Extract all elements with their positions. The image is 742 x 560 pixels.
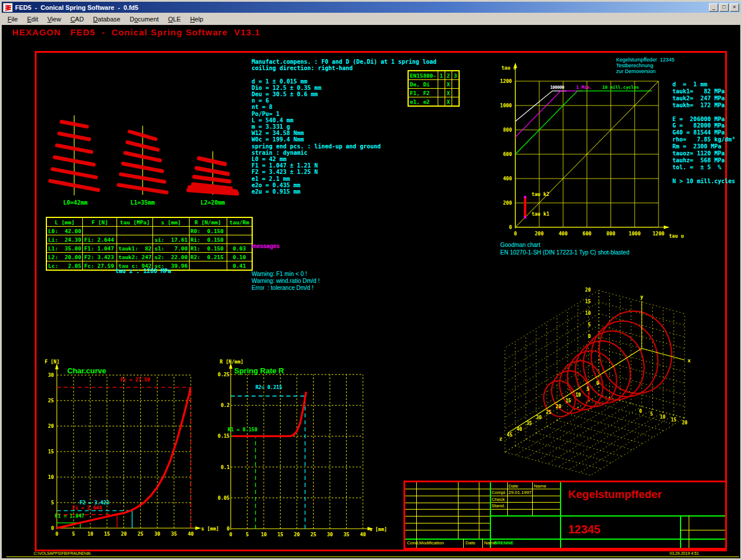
text-line: strain : dynamic	[252, 150, 437, 156]
spring-length-label-l0: L0=42mm	[49, 199, 101, 206]
maximize-button[interactable]: □	[719, 3, 729, 12]
en15800-mark-cell	[438, 80, 445, 89]
application-window: HEXAGON FED5 - Conical Spring Software V…	[0, 0, 742, 560]
table-row: L1: 35.00F1: 1.047tauk1: 82s1: 7.00R1: 0…	[46, 244, 252, 253]
text-line: tauhz= 568 MPa	[672, 157, 735, 164]
en15800-grid: EN15800-123De, Di X F1, F2 X e1, e2 X	[408, 70, 460, 107]
results-cell	[227, 235, 252, 244]
titleblock-check-label: Check	[492, 497, 505, 502]
results-cell: tauk2: 247	[117, 253, 153, 261]
results-cell	[83, 227, 117, 235]
titleblock-project-name: Kegelstumpffeder	[568, 488, 662, 501]
en15800-header-cell: 3	[452, 71, 459, 80]
text-line: E = 206000 MPa	[672, 116, 735, 123]
results-cell	[153, 227, 189, 235]
results-table-wrap: L [mm]F [N]tau [MPa]s [mm]R [N/mm]tau/Rm…	[46, 217, 253, 271]
titleblock-cond-label: Cond.	[407, 540, 419, 546]
results-cell: L0: 42.00	[46, 227, 83, 235]
text-line: tauoz= 1120 MPa	[672, 150, 735, 157]
results-cell: R2: 0.215	[189, 253, 227, 261]
results-cell	[117, 227, 153, 235]
titleblock-date-label: Date	[465, 540, 475, 546]
en15800-mark-cell	[438, 97, 445, 107]
text-line	[672, 171, 735, 178]
text-line: Kegelstumpffeder 12345	[616, 57, 674, 63]
material-block: d = 1 mmtauk1= 82 MPatauk2= 247 MPataukh…	[672, 81, 735, 185]
results-cell: Li: 24.39	[46, 235, 83, 244]
goodman-captions: Goodman chartEN 10270-1-SH (DIN 17223-1 …	[500, 241, 630, 256]
menu-item-database[interactable]: Database	[89, 14, 125, 24]
text-line: tauk1= 82 MPa	[672, 88, 735, 95]
text-line: F2 = 3.423 ± 1.25 N	[252, 169, 437, 175]
results-cell: s2: 22.00	[153, 253, 189, 261]
results-cell: F2: 3.423	[83, 253, 117, 261]
text-line: spring end pcs. : lined-up and ground	[252, 143, 437, 150]
spring-length-label-l2: L2=20mm	[187, 199, 239, 206]
titleblock-date-header: Date	[508, 483, 518, 489]
text-line: zur Demoversion	[616, 68, 674, 74]
titleblock-drawing-number: 12345	[568, 523, 601, 536]
results-cell: 0.41	[227, 261, 252, 271]
en15800-mark-cell: X	[445, 89, 452, 97]
titleblock-compl-date: 29.01.1997	[508, 490, 532, 495]
sheet-bottom-line	[6, 557, 739, 557]
table-row: F1, F2 X	[408, 89, 459, 97]
results-cell: F1: 1.047	[83, 244, 117, 253]
text-line: EN 10270-1-SH (DIN 17223-1 Typ C) shot-b…	[500, 249, 630, 256]
menu-item-help[interactable]: Help	[186, 14, 208, 24]
results-cell: 0.03	[227, 244, 252, 253]
minimize-button[interactable]: _	[709, 3, 718, 12]
en15800-mark-cell: X	[445, 80, 452, 89]
results-cell: Ri: 0.150	[189, 235, 227, 244]
table-row: e1, e2 X	[408, 97, 459, 107]
text-line	[672, 109, 735, 116]
text-line: taukh= 172 MPa	[672, 102, 735, 109]
close-button[interactable]: ×	[730, 3, 739, 12]
results-table: L [mm]F [N]tau [MPa]s [mm]R [N/mm]tau/Rm…	[46, 217, 253, 271]
window-title: FED5 - Conical Spring Software - 0.fd5	[15, 4, 139, 11]
menu-item-edit[interactable]: Edit	[23, 14, 43, 24]
report-header: HEXAGON FED5 - Conical Spring Software V…	[12, 27, 260, 37]
results-cell: tauk1: 82	[117, 244, 153, 253]
text-line: Manufact.compens. : F0 and D (De,Di) at …	[252, 59, 437, 65]
results-cell	[189, 261, 227, 271]
en15800-mark-cell	[438, 89, 445, 97]
messages-title: messages	[252, 243, 319, 250]
results-cell: Lc: 2.05	[46, 261, 83, 271]
results-cell	[227, 227, 252, 235]
menu-item-file[interactable]: File	[3, 14, 23, 24]
text-line: Warning: F1 min < 0 !	[252, 271, 319, 278]
menu-item-view[interactable]: View	[43, 14, 66, 24]
database-path: C:\VOLSAPPS\FB\FRAUND\db	[34, 551, 90, 555]
messages-lines: Warning: F1 min < 0 !Warning: wind.ratio…	[252, 271, 319, 291]
titleblock-name-header: Name	[534, 483, 546, 489]
en15800-label-cell: De, Di	[408, 80, 438, 89]
menu-item-ole[interactable]: OLE	[163, 14, 186, 24]
results-cell: 0.10	[227, 253, 252, 261]
text-line: Po/Pu= 1	[252, 111, 437, 117]
en15800-header-cell: 1	[438, 71, 445, 80]
en15800-header-cell: EN15800-	[408, 71, 438, 80]
en15800-mark-cell	[452, 97, 459, 107]
text-line: rho= 7.85 kg/dm³	[672, 136, 735, 143]
table-row: L0: 42.00 R0: 0.150	[46, 227, 252, 235]
text-line: F1 = 1.047 ± 1.21 N	[252, 162, 437, 169]
text-line: tol. = ± 5 %	[672, 164, 735, 171]
text-line: tauk2= 247 MPa	[672, 95, 735, 102]
titleblock-signature: BRENNE	[494, 540, 514, 546]
text-line: e2o = 0.435 mm	[252, 182, 437, 188]
results-header-cell: F [N]	[83, 217, 117, 227]
menu-item-cad[interactable]: CAD	[66, 14, 88, 24]
titleblock-compl-label: Compl.	[492, 490, 506, 495]
text-line: N > 10 mill.cycles	[672, 178, 735, 185]
results-cell: si: 17.61	[153, 235, 189, 244]
text-line: Goodman chart	[500, 241, 630, 249]
results-cell: L2: 20.00	[46, 253, 83, 261]
spring-length-label-l1: L1=35mm	[117, 199, 169, 206]
en15800-header-cell: 2	[445, 71, 452, 80]
text-line: Warning: wind.ratio Dm/d !	[252, 278, 319, 285]
results-header-cell: tau/Rm	[227, 217, 252, 227]
menu-item-document[interactable]: Document	[125, 14, 163, 24]
menu-bar: FileEditViewCADDatabaseDocumentOLEHelp	[2, 13, 740, 25]
text-line: W12 = 34.58 Nmm	[252, 130, 437, 136]
